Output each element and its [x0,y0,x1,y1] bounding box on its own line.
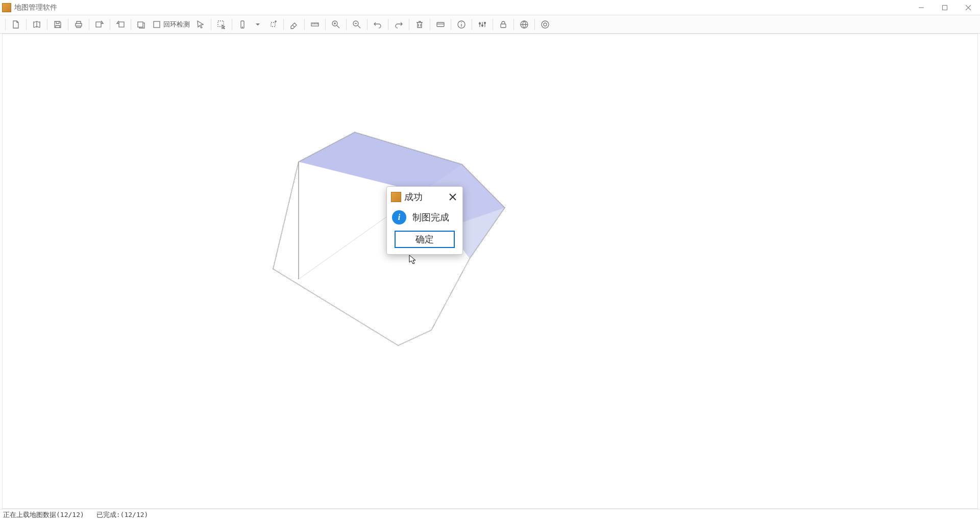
redo-button[interactable] [391,17,406,32]
app-icon [2,3,11,12]
dialog-message: 制图完成 [412,211,449,224]
separator [211,19,211,30]
target-button[interactable] [538,17,552,32]
save-button[interactable] [51,17,65,32]
svg-rect-1 [96,22,101,27]
separator [89,19,89,30]
dialog-close-button[interactable] [447,191,458,203]
separator [388,19,388,30]
separator [534,19,535,30]
dialog-titlebar: 成功 [387,187,462,206]
separator [131,19,131,30]
ruler-tool[interactable] [308,17,322,32]
separator [513,19,514,30]
titlebar: 地图管理软件 [0,0,980,15]
separator [367,19,368,30]
dialog-title: 成功 [404,191,423,203]
separator [304,19,305,30]
svg-rect-2 [119,22,124,27]
separator [5,19,6,30]
maximize-button[interactable] [933,0,957,15]
ok-button[interactable]: 确定 [395,231,455,248]
open-map-button[interactable] [30,17,44,32]
svg-point-13 [479,22,481,24]
separator [409,19,409,30]
success-dialog: 成功 i 制图完成 确定 [386,186,463,255]
separator [472,19,472,30]
new-file-button[interactable] [9,17,23,32]
loop-detect-label: 回环检测 [163,20,190,29]
zoom-in-button[interactable] [329,17,343,32]
redo-map-button[interactable] [113,17,128,32]
cursor-icon [408,255,419,265]
delete-button[interactable] [412,17,427,32]
svg-point-15 [484,22,486,23]
svg-rect-3 [138,22,143,27]
eraser-tool[interactable] [287,17,301,32]
layer-button[interactable] [134,17,149,32]
svg-point-14 [482,24,483,26]
separator [325,19,326,30]
separator [68,19,68,30]
svg-point-19 [544,23,547,26]
canvas[interactable]: 成功 i 制图完成 确定 [2,34,978,509]
window-controls [910,0,980,15]
separator [232,19,232,30]
close-button[interactable] [957,0,980,15]
svg-rect-7 [271,22,275,27]
card-button[interactable] [433,17,448,32]
settings-button[interactable] [475,17,489,32]
pointer-tool[interactable] [193,17,208,32]
separator [493,19,493,30]
svg-rect-0 [943,5,947,10]
dialog-body: i 制图完成 [387,206,462,231]
window-title: 地图管理软件 [14,3,57,12]
add-node-tool[interactable] [266,17,280,32]
svg-rect-11 [437,22,444,27]
device-dropdown[interactable] [251,17,265,32]
svg-point-18 [542,21,549,28]
separator [451,19,451,30]
lock-button[interactable] [496,17,510,32]
print-button[interactable] [71,17,86,32]
minimize-button[interactable] [910,0,933,15]
undo-button[interactable] [371,17,385,32]
info-button[interactable] [454,17,469,32]
globe-button[interactable] [517,17,531,32]
separator [283,19,284,30]
toolbar: 回环检测 [0,15,980,34]
status-uploading: 正在上载地图数据(12/12) [3,510,84,519]
svg-rect-16 [501,24,506,28]
dialog-app-icon [391,192,401,202]
device-tool[interactable] [235,17,250,32]
status-done: 已完成:(12/12) [96,510,149,519]
separator [346,19,347,30]
loop-detect-button[interactable]: 回环检测 [150,17,192,32]
separator [110,19,110,30]
dialog-actions: 确定 [387,231,462,254]
select-area-tool[interactable] [214,17,229,32]
svg-rect-4 [154,21,160,28]
undo-map-button[interactable] [92,17,107,32]
separator [47,19,47,30]
info-icon: i [392,210,406,225]
separator [430,19,430,30]
statusbar: 正在上载地图数据(12/12) 已完成:(12/12) [0,509,980,520]
zoom-out-button[interactable] [350,17,364,32]
separator [26,19,27,30]
